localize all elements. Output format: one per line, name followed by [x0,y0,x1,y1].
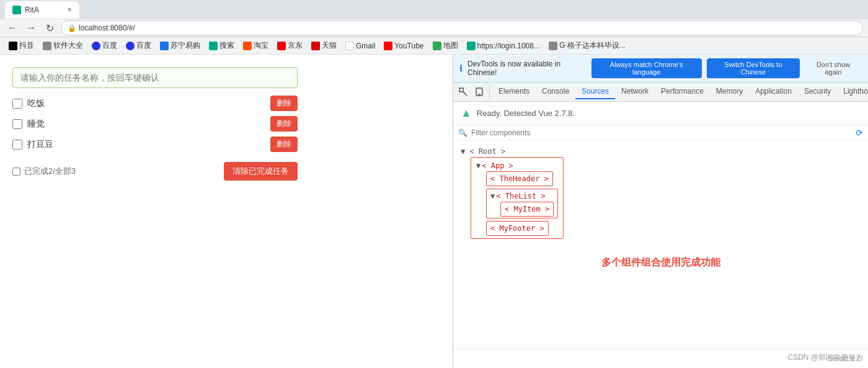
devtools-tabs: Elements Console Sources Network Perform… [490,83,868,101]
dont-show-button[interactable]: Don't show again [805,58,862,78]
list-tag: < TheList > [496,192,545,200]
bookmark-label: 京东 [288,40,303,51]
nav-bar: ← → ↻ 🔒 localhost:8080/#/ [0,19,868,37]
bookmark-suning[interactable]: 苏宁易购 [156,39,204,52]
bookmark-label: 苏宁易购 [170,40,200,51]
tab-security[interactable]: Security [798,84,837,99]
status-checkbox[interactable] [12,168,20,176]
devtools-banner: ℹ DevTools is now available in Chinese! … [453,55,868,83]
address-bar[interactable]: 🔒 localhost:8080/#/ [61,20,863,35]
task-checkbox-3[interactable] [12,140,22,150]
tab-lighthouse[interactable]: Lighthouse [837,84,868,99]
forward-button[interactable]: → [24,20,38,35]
tab-elements[interactable]: Elements [492,84,536,99]
tree-node-list[interactable]: ▼ < TheList > [490,191,554,202]
address-text: localhost:8080/#/ [79,24,135,32]
task-checkbox-2[interactable] [12,119,22,129]
tab-title: RitA [25,6,39,14]
bookmark-youtube[interactable]: YouTube [380,40,427,52]
bookmark-douyin[interactable]: 抖音 [5,39,38,52]
youtube-icon [384,42,392,50]
tree-node-root[interactable]: ▼ < Root > [461,146,861,157]
banner-message: DevTools is now available in Chinese! [467,60,587,77]
login1008-icon [467,42,476,50]
tree-indent-list: ▼ < TheList > < MyItem > [486,189,558,221]
bookmark-tianmao[interactable]: 天猫 [308,39,340,52]
tree-node-app[interactable]: ▼ < App > [476,160,558,171]
bookmark-label: 百度 [102,40,117,51]
tree-node-item[interactable]: < MyItem > [505,204,549,215]
task-checkbox-1[interactable] [12,99,22,109]
tab-performance[interactable]: Performance [655,84,710,99]
back-button[interactable]: ← [5,20,20,35]
svg-rect-0 [459,88,463,92]
bookmark-label: https://login.1008... [477,42,540,50]
tab-close-button[interactable]: ✕ [67,6,72,13]
ruanjiandaquan-icon [43,42,51,50]
component-box-list: ▼ < TheList > < MyItem > [486,189,558,218]
bookmark-label: YouTube [394,42,423,50]
bookmark-label: G·格子达本科毕设... [559,40,626,51]
jd-icon [277,42,286,50]
tree-indent-app: ▼ < App > < TheHeader > [471,157,861,241]
component-box-footer: < MyFooter > [486,221,549,236]
devtools-panel: ℹ DevTools is now available in Chinese! … [453,55,868,368]
sousuo-icon [209,42,218,50]
bookmark-ruanjiandaquan[interactable]: 软件大全 [39,39,87,52]
reload-button[interactable]: ↻ [42,20,57,35]
tab-sources[interactable]: Sources [575,84,615,99]
refresh-icon[interactable]: ⟳ [856,128,863,138]
filter-bar: 🔍 ⟳ [453,125,868,141]
bookmark-gezi[interactable]: G·格子达本科毕设... [545,39,629,52]
task-delete-btn-1[interactable]: 删除 [270,96,298,111]
tab-network[interactable]: Network [615,84,655,99]
bookmark-baidu2[interactable]: 百度 [122,39,155,52]
tab-application[interactable]: Application [749,84,798,99]
bookmark-label: 软件大全 [53,40,83,51]
match-language-button[interactable]: Always match Chrome's language [591,58,702,78]
tree-node-header[interactable]: < TheHeader > [490,173,549,184]
bookmark-ditu[interactable]: 地图 [429,39,462,52]
bookmark-gmail[interactable]: Gmail [342,40,379,52]
tab-favicon [12,6,21,14]
tab-console[interactable]: Console [536,84,575,99]
header-tag: < TheHeader > [490,174,549,183]
devtools-content: ▲ Ready. Detected Vue 2.7.8. 🔍 ⟳ ▼ < Roo… [453,102,868,368]
active-tab[interactable]: RitA ✕ [5,1,79,19]
filter-search-icon: 🔍 [458,128,467,137]
ditu-icon [433,42,441,50]
component-box-app: ▼ < App > < TheHeader > [471,157,564,239]
baidu1-icon [92,42,100,50]
bookmarks-bar: 抖音 软件大全 百度 百度 苏宁易购 搜索 淘宝 京东 天猫 Gmail You… [0,37,868,55]
inspect-icon[interactable] [456,84,471,99]
douyin-icon [9,42,17,50]
task-list: 吃饭 删除 睡觉 删除 打豆豆 删除 [12,96,298,152]
task-label-3: 打豆豆 [27,139,270,150]
tree-root: ▼ < Root > ▼ < App > [461,146,861,241]
annotation-text: 多个组件组合使用完成功能 [461,244,861,282]
bookmark-taobao[interactable]: 淘宝 [239,39,272,52]
device-icon[interactable] [472,84,487,99]
bookmark-jd[interactable]: 京东 [273,39,306,52]
svg-line-1 [463,92,467,96]
tree-indent-footer: < MyFooter > [486,221,558,236]
filter-components-input[interactable] [471,128,852,137]
bookmark-login1008[interactable]: https://login.1008... [463,40,544,52]
tree-node-footer[interactable]: < MyFooter > [490,223,544,234]
tab-memory[interactable]: Memory [710,84,749,99]
clear-completed-button[interactable]: 清除已完成任务 [224,162,298,181]
component-box-header: < TheHeader > [486,171,553,186]
task-input[interactable] [12,67,298,88]
task-footer: 已完成2/全部3 清除已完成任务 [12,162,298,181]
vue-header: ▲ Ready. Detected Vue 2.7.8. [453,102,868,125]
switch-language-button[interactable]: Switch DevTools to Chinese [707,58,800,78]
bookmark-sousuo[interactable]: 搜索 [205,39,238,52]
task-delete-btn-3[interactable]: 删除 [270,137,298,152]
suning-icon [160,42,169,50]
bookmark-baidu1[interactable]: 百度 [88,39,121,52]
tree-indent-header: < TheHeader > [486,171,558,189]
vue-logo: ▲ [461,107,472,120]
status-text: 已完成2/全部3 [24,166,76,177]
gezi-icon [549,42,557,50]
task-delete-btn-2[interactable]: 删除 [270,116,298,132]
